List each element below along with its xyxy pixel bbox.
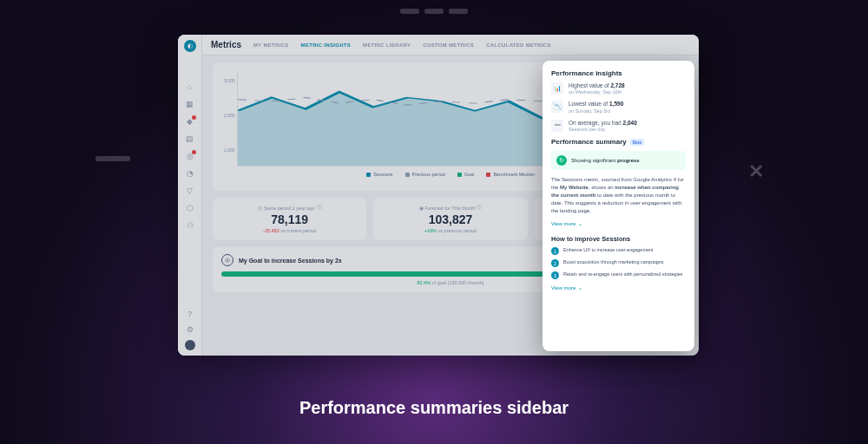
card-delta: -25,482 — [263, 228, 279, 233]
settings-icon[interactable]: ⚙ — [185, 324, 195, 335]
check-icon: ↻ — [556, 155, 567, 166]
tab-custom-metrics[interactable]: CUSTOM METRICS — [423, 42, 474, 48]
legend-item: Benchmark Median — [493, 172, 534, 177]
step-number: 3 — [551, 271, 559, 279]
view-more-link[interactable]: View more⌄ — [551, 220, 686, 226]
step-number: 2 — [551, 259, 559, 267]
tab-calculated-metrics[interactable]: CALCULATED METRICS — [486, 42, 551, 48]
legend-item: Sessions — [373, 172, 392, 177]
insight-icon: 📊 — [551, 82, 563, 95]
stat-card: ◉ Forecast for This Month ⓘ 103,827 +19%… — [373, 198, 527, 240]
dashboard-icon[interactable]: ▦ — [185, 99, 195, 109]
logo-icon[interactable]: ◐ — [184, 40, 196, 52]
close-icon: ✕ — [748, 160, 764, 183]
insights-panel: Performance insights 📊 Highest value of … — [542, 61, 694, 351]
improve-item: 1 Enhance UX to increase user engagement — [551, 247, 686, 255]
y-tick: 3,000 — [224, 78, 235, 83]
card-value: 78,119 — [220, 212, 359, 226]
improve-item: 3 Retain and re-engage users with person… — [551, 271, 686, 279]
improve-item: 2 Boost acquisition through marketing ca… — [551, 259, 686, 267]
alerts-icon[interactable]: ◆ — [185, 116, 195, 127]
avatar[interactable] — [185, 340, 195, 350]
view-more-link[interactable]: View more⌄ — [551, 284, 686, 291]
slide-caption: Performance summaries sidebar — [0, 398, 868, 418]
funnel-icon[interactable]: ▽ — [185, 186, 195, 196]
insights-heading: Performance insights — [551, 69, 686, 77]
y-tick: 2,000 — [224, 113, 235, 118]
share-icon[interactable]: ⬡ — [185, 203, 195, 213]
insight-icon: 〰 — [551, 120, 563, 132]
users-icon[interactable]: ⚇ — [185, 220, 195, 231]
left-navbar: ◐ ⌂ ▦ ◆ ▤ ◎ ◔ ▽ ⬡ ⚇ ? ⚙ — [178, 35, 202, 356]
summary-text: The Sessions metric, sourced from Google… — [551, 176, 686, 215]
stat-card: ◷ Same period 1 year ago ⓘ 78,119 -25,48… — [213, 198, 366, 240]
target-icon: ◎ — [221, 254, 233, 266]
legend-item: Goal — [464, 172, 475, 177]
y-tick: 1,000 — [224, 147, 235, 153]
tab-metric-insights[interactable]: METRIC INSIGHTS — [301, 42, 352, 48]
chevron-down-icon: ⌄ — [578, 220, 582, 226]
goal-sub: of goal (130,000 /month) — [431, 280, 483, 285]
insight-icon: 📉 — [551, 101, 563, 113]
legend-item: Previous period — [412, 172, 445, 177]
help-icon[interactable]: ? — [185, 309, 195, 319]
metrics-icon[interactable]: ◎ — [185, 151, 195, 161]
page-header: Metrics MY METRICS METRIC INSIGHTS METRI… — [202, 35, 699, 56]
card-icon: ◉ — [419, 206, 424, 211]
info-icon[interactable]: ⓘ — [317, 205, 322, 211]
progress-badge: ↻ Showing significant progress — [551, 151, 686, 170]
home-icon[interactable]: ⌂ — [185, 82, 195, 92]
goal-percent: 82.4% — [417, 280, 431, 285]
chevron-down-icon: ⌄ — [578, 284, 582, 291]
card-icon: ◷ — [258, 206, 262, 211]
tab-my-metrics[interactable]: MY METRICS — [253, 42, 289, 48]
info-icon[interactable]: ⓘ — [477, 205, 482, 211]
goals-icon[interactable]: ◔ — [185, 168, 195, 179]
insight-row: 📊 Highest value of 2,728on Wednesday, Se… — [551, 82, 686, 95]
summary-heading: Performance summary — [551, 138, 627, 146]
card-delta: +19% — [424, 228, 437, 233]
tab-metric-library[interactable]: METRIC LIBRARY — [363, 42, 411, 48]
card-value: 103,827 — [380, 212, 520, 226]
insight-row: 〰 On average, you had 2,040Sessions per … — [551, 120, 686, 132]
insight-row: 📉 Lowest value of 1,590on Sunday, Sep 3r… — [551, 101, 686, 113]
step-number: 1 — [551, 247, 559, 255]
improve-heading: How to improve Sessions — [551, 235, 686, 243]
page-title: Metrics — [211, 40, 241, 49]
beta-badge: Beta — [630, 139, 644, 146]
reports-icon[interactable]: ▤ — [185, 134, 195, 144]
